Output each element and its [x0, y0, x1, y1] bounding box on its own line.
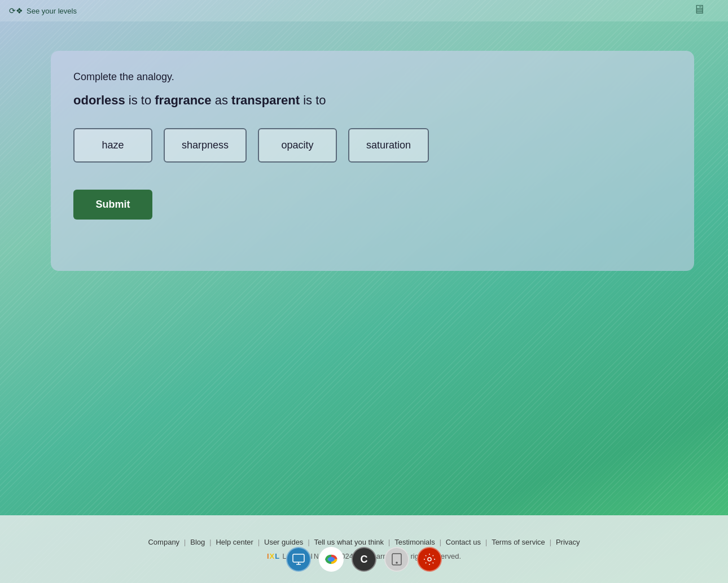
- footer-link-testimonials[interactable]: Testimonials: [390, 538, 440, 546]
- answer-options: haze sharpness opacity saturation: [73, 128, 672, 163]
- footer-link-helpcenter[interactable]: Help center: [211, 538, 257, 546]
- option-opacity[interactable]: opacity: [258, 128, 337, 163]
- taskbar-claude-icon[interactable]: C: [352, 547, 376, 572]
- word2: fragrance: [155, 93, 211, 107]
- see-levels-link[interactable]: ⟳❖ See your levels: [9, 6, 77, 15]
- see-levels-label: See your levels: [27, 7, 77, 15]
- footer-link-tellus[interactable]: Tell us what you think: [310, 538, 389, 546]
- analogy-connector-3: is to: [303, 93, 326, 107]
- footer-link-contact[interactable]: Contact us: [441, 538, 485, 546]
- option-sharpness[interactable]: sharpness: [164, 128, 247, 163]
- svg-point-5: [329, 557, 334, 562]
- submit-button[interactable]: Submit: [73, 190, 152, 220]
- analogy-connector-2: as: [215, 93, 231, 107]
- svg-point-8: [428, 558, 431, 561]
- analogy-connector-1: is to: [129, 93, 155, 107]
- footer-links: Company | Blog | Help center | User guid…: [143, 538, 584, 546]
- card-instruction: Complete the analogy.: [73, 71, 672, 83]
- word3: transparent: [231, 93, 300, 107]
- top-right-icon: 🖥: [693, 2, 705, 17]
- taskbar-tablet-icon[interactable]: [384, 547, 409, 572]
- top-bar: ⟳❖ See your levels: [0, 0, 728, 21]
- analogy-line: odorless is to fragrance as transparent …: [73, 93, 672, 108]
- footer-link-tos[interactable]: Terms of service: [487, 538, 550, 546]
- svg-point-7: [396, 562, 397, 563]
- option-saturation[interactable]: saturation: [348, 128, 429, 163]
- footer-link-company[interactable]: Company: [143, 538, 184, 546]
- taskbar-settings-icon[interactable]: [417, 547, 442, 572]
- taskbar-monitor-icon[interactable]: [286, 547, 311, 572]
- footer-link-blog[interactable]: Blog: [186, 538, 209, 546]
- footer-link-privacy[interactable]: Privacy: [551, 538, 585, 546]
- taskbar-chrome-icon[interactable]: [319, 547, 344, 572]
- svg-rect-0: [293, 554, 304, 562]
- question-card: Complete the analogy. odorless is to fra…: [51, 51, 694, 271]
- word1: odorless: [73, 93, 125, 107]
- footer-link-userguides[interactable]: User guides: [260, 538, 308, 546]
- option-haze[interactable]: haze: [73, 128, 152, 163]
- taskbar: C: [286, 547, 442, 572]
- levels-icon: ⟳❖: [9, 6, 23, 15]
